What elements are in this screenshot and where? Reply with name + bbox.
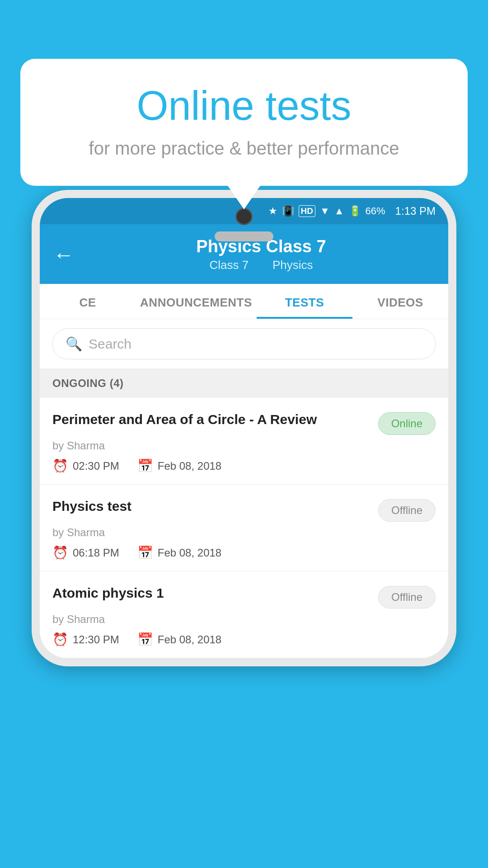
vibrate-icon: 📳 [282, 205, 294, 217]
test-title: Physics test [52, 497, 369, 516]
section-header: ONGOING (4) [40, 369, 448, 398]
signal-icon: ▲ [334, 205, 344, 217]
test-title: Perimeter and Area of a Circle - A Revie… [52, 410, 369, 429]
test-time: 12:30 PM [73, 633, 119, 646]
test-item[interactable]: Perimeter and Area of a Circle - A Revie… [40, 398, 448, 485]
section-label: ONGOING (4) [52, 377, 124, 389]
status-badge: Online [378, 412, 436, 435]
test-author: by Sharma [52, 613, 436, 626]
calendar-icon: 📅 [137, 458, 153, 473]
bubble-title: Online tests [47, 84, 441, 128]
test-date: Feb 08, 2018 [158, 547, 221, 559]
test-author: by Sharma [52, 526, 436, 539]
tab-videos[interactable]: VIDEOS [352, 284, 448, 319]
tab-ce[interactable]: CE [40, 284, 136, 319]
test-time: 02:30 PM [73, 460, 119, 472]
tab-tests[interactable]: TESTS [257, 284, 352, 319]
hd-icon: HD [299, 205, 315, 217]
clock-icon: ⏰ [52, 458, 68, 473]
battery-pct: 66% [366, 205, 385, 217]
clock-icon: ⏰ [52, 545, 68, 560]
calendar-icon: 📅 [137, 545, 153, 560]
test-date: Feb 08, 2018 [158, 633, 221, 646]
test-item[interactable]: Atomic physics 1 Offline by Sharma ⏰ 12:… [40, 571, 448, 658]
breadcrumb: Class 7 Physics [88, 258, 435, 272]
test-author: by Sharma [52, 439, 436, 452]
status-badge: Offline [378, 499, 436, 522]
test-date: Feb 08, 2018 [158, 460, 221, 472]
test-meta: ⏰ 02:30 PM 📅 Feb 08, 2018 [52, 458, 436, 473]
test-title: Atomic physics 1 [52, 584, 369, 603]
search-box[interactable]: 🔍 Search [52, 328, 436, 359]
battery-icon: 🔋 [349, 205, 361, 217]
tabs-bar: CE ANNOUNCEMENTS TESTS VIDEOS [40, 284, 448, 319]
phone-mockup: ★ 📳 HD ▼ ▲ 🔋 66% 1:13 PM ← Physics Class… [32, 190, 456, 868]
promo-bubble: Online tests for more practice & better … [20, 59, 468, 186]
search-container: 🔍 Search [40, 319, 448, 369]
wifi-icon: ▼ [320, 205, 330, 217]
status-time: 1:13 PM [395, 205, 436, 217]
search-icon: 🔍 [66, 336, 82, 352]
phone-speaker [215, 231, 273, 241]
calendar-icon: 📅 [137, 632, 153, 647]
bubble-subtitle: for more practice & better performance [47, 138, 441, 159]
back-button[interactable]: ← [53, 244, 74, 265]
phone-camera [235, 208, 253, 225]
clock-icon: ⏰ [52, 632, 68, 647]
test-meta: ⏰ 06:18 PM 📅 Feb 08, 2018 [52, 545, 436, 560]
search-input[interactable]: Search [89, 336, 131, 352]
test-meta: ⏰ 12:30 PM 📅 Feb 08, 2018 [52, 632, 436, 647]
test-item[interactable]: Physics test Offline by Sharma ⏰ 06:18 P… [40, 485, 448, 571]
status-badge: Offline [378, 586, 436, 609]
test-time: 06:18 PM [73, 547, 119, 559]
tab-announcements[interactable]: ANNOUNCEMENTS [136, 284, 257, 319]
